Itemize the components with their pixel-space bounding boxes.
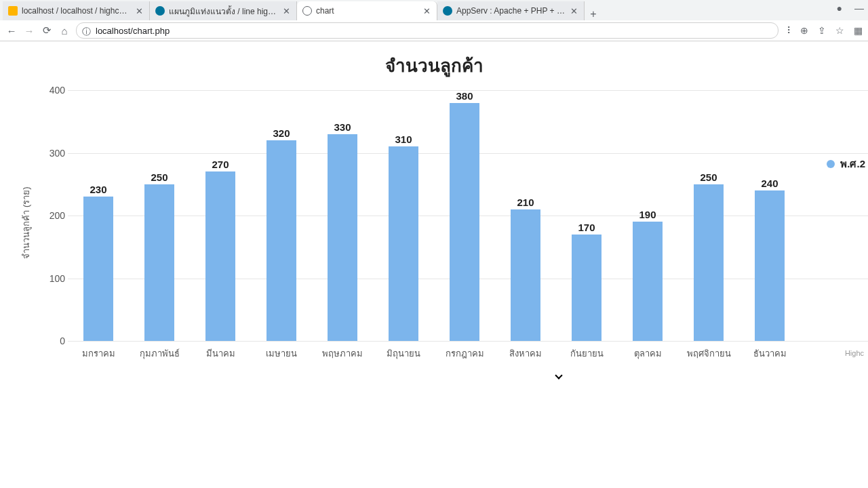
- bar[interactable]: 380: [434, 90, 495, 342]
- wp-favicon-icon: [155, 6, 165, 16]
- tab-title: แผนภูมิแท่งแนวตั้ง / line highchart: [169, 5, 279, 18]
- toolbar-right: ⠸ ⊕ ⇪ ☆ ▦: [784, 25, 863, 36]
- bar-rect: [328, 134, 357, 341]
- x-tick-label: ตุลาคม: [617, 346, 678, 361]
- bar[interactable]: 210: [495, 197, 556, 341]
- x-tick-label: กุมภาพันธ์: [129, 346, 190, 361]
- bookmark-icon[interactable]: ☆: [835, 25, 844, 36]
- close-icon[interactable]: ✕: [134, 6, 144, 16]
- account-icon[interactable]: ●: [837, 3, 842, 14]
- bar[interactable]: 330: [312, 121, 373, 341]
- new-tab-button[interactable]: +: [585, 8, 602, 20]
- legend-marker-icon: [827, 160, 835, 168]
- mouse-cursor-icon: [556, 373, 564, 385]
- x-tick-label: มิถุนายน: [373, 346, 434, 361]
- tab-strip: localhost / localhost / highcharts✕แผนภู…: [0, 0, 868, 20]
- bar-value-label: 330: [334, 121, 351, 133]
- bar-rect: [633, 222, 663, 341]
- bar-value-label: 170: [578, 222, 595, 233]
- close-icon[interactable]: ✕: [422, 6, 431, 16]
- tab-title: chart: [316, 6, 419, 16]
- bar-rect: [205, 171, 235, 341]
- browser-tab[interactable]: localhost / localhost / highcharts✕: [3, 1, 150, 20]
- bar-rect: [572, 235, 601, 341]
- bar[interactable]: 250: [678, 171, 739, 341]
- x-tick-label: กันยายน: [556, 346, 617, 361]
- bar[interactable]: 170: [556, 222, 617, 341]
- chart-title: จำนวนลูกค้า: [0, 52, 868, 79]
- y-tick-label: 200: [50, 210, 65, 221]
- home-button[interactable]: ⌂: [58, 24, 71, 37]
- bar-value-label: 250: [151, 171, 167, 183]
- site-info-icon[interactable]: ⓘ: [82, 26, 92, 35]
- bar-rect: [450, 103, 479, 342]
- tab-title: localhost / localhost / highcharts: [22, 6, 132, 16]
- y-axis: จำนวนลูกค้า (ราย) 0100200300400: [34, 90, 68, 341]
- legend-label: พ.ศ.2: [840, 156, 865, 172]
- y-tick-label: 300: [50, 148, 65, 159]
- bar-value-label: 190: [639, 209, 656, 220]
- bar[interactable]: 240: [739, 178, 800, 341]
- forward-button[interactable]: →: [23, 24, 35, 37]
- minimize-icon[interactable]: —: [854, 3, 864, 14]
- bar-rect: [83, 197, 113, 341]
- chart-legend[interactable]: พ.ศ.2: [827, 156, 865, 172]
- reload-button[interactable]: ⟳: [41, 24, 53, 37]
- bar-value-label: 270: [212, 159, 229, 170]
- share-icon[interactable]: ⇪: [818, 25, 826, 36]
- bar-value-label: 240: [761, 178, 778, 189]
- translate-icon[interactable]: ⠸: [784, 25, 791, 36]
- y-tick-label: 100: [50, 273, 65, 284]
- browser-tab[interactable]: chart✕: [297, 1, 437, 20]
- tab-title: AppServ : Apache + PHP + MYSQL: [456, 6, 566, 16]
- x-tick-label: สิงหาคม: [495, 346, 556, 361]
- bar-value-label: 310: [395, 134, 412, 145]
- y-tick-label: 400: [50, 85, 65, 96]
- x-tick-label: มกราคม: [68, 346, 129, 361]
- wp-favicon-icon: [443, 6, 452, 16]
- close-icon[interactable]: ✕: [569, 6, 578, 16]
- globe-favicon-icon: [302, 6, 312, 16]
- bar[interactable]: 250: [129, 171, 190, 341]
- url-text: localhost/chart.php: [96, 26, 170, 36]
- bar[interactable]: 310: [373, 134, 434, 341]
- x-tick-label: ธันวาคม: [739, 346, 800, 361]
- bar-rect: [267, 140, 296, 341]
- bar-rect: [144, 184, 174, 341]
- bars-group: 230250270320330310380210170190250240: [68, 90, 800, 341]
- address-bar[interactable]: ⓘ localhost/chart.php: [76, 22, 778, 39]
- y-axis-label: จำนวนลูกค้า (ราย): [19, 186, 33, 258]
- bar-rect: [511, 209, 540, 341]
- bar[interactable]: 320: [251, 127, 312, 341]
- bar[interactable]: 190: [617, 209, 678, 341]
- chart-credit[interactable]: Highc: [845, 349, 864, 357]
- browser-chrome: ● — localhost / localhost / highcharts✕แ…: [0, 0, 868, 41]
- extension-icon[interactable]: ▦: [854, 25, 863, 36]
- window-controls: ● —: [837, 3, 864, 14]
- bar-rect: [389, 146, 418, 341]
- nav-bar: ← → ⟳ ⌂ ⓘ localhost/chart.php ⠸ ⊕ ⇪ ☆ ▦: [0, 20, 868, 41]
- bar-value-label: 320: [273, 127, 290, 139]
- bar-value-label: 380: [456, 90, 473, 102]
- x-tick-label: พฤษภาคม: [312, 346, 373, 361]
- browser-tab[interactable]: แผนภูมิแท่งแนวตั้ง / line highchart✕: [150, 1, 297, 20]
- bar-rect: [694, 184, 724, 341]
- browser-tab[interactable]: AppServ : Apache + PHP + MYSQL✕: [437, 1, 585, 20]
- bar[interactable]: 230: [68, 184, 129, 341]
- pma-favicon-icon: [8, 6, 18, 16]
- bar-value-label: 230: [90, 184, 106, 195]
- y-tick-label: 0: [60, 336, 65, 346]
- bar-rect: [755, 190, 785, 341]
- x-axis-labels: มกราคมกุมภาพันธ์มีนาคมเมษายนพฤษภาคมมิถุน…: [68, 346, 800, 361]
- x-tick-label: พฤศจิกายน: [678, 346, 739, 361]
- page-body: จำนวนลูกค้า จำนวนลูกค้า (ราย) 0100200300…: [0, 41, 868, 488]
- x-tick-label: มีนาคม: [190, 346, 251, 361]
- bar[interactable]: 270: [190, 159, 251, 341]
- zoom-icon[interactable]: ⊕: [800, 25, 808, 36]
- grid-line: [68, 341, 868, 342]
- x-tick-label: เมษายน: [251, 346, 312, 361]
- close-icon[interactable]: ✕: [281, 6, 291, 16]
- chart-container: จำนวนลูกค้า จำนวนลูกค้า (ราย) 0100200300…: [0, 47, 868, 361]
- x-tick-label: กรกฎาคม: [434, 346, 495, 361]
- back-button[interactable]: ←: [5, 24, 18, 37]
